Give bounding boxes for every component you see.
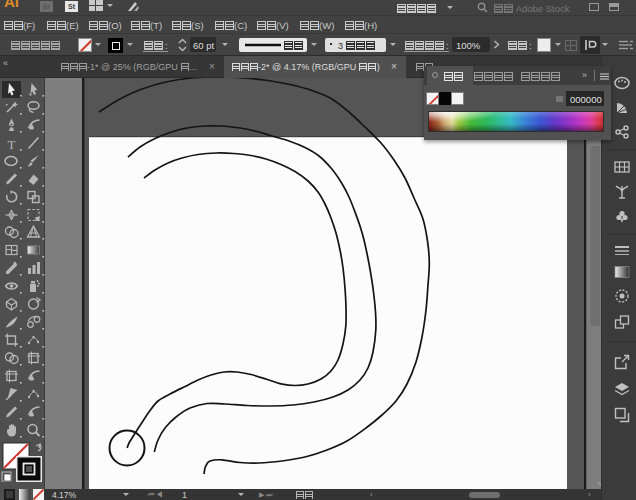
svg-text:T: T xyxy=(8,137,16,152)
